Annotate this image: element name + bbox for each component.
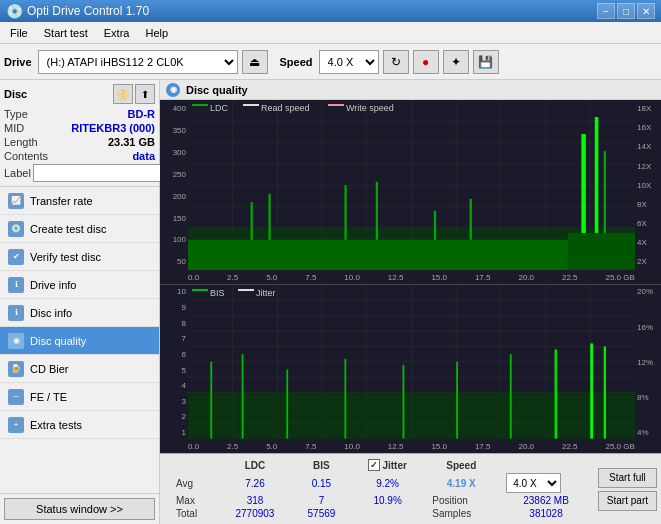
y1r-8x: 8X	[637, 200, 647, 209]
sidebar-item-disc-quality[interactable]: ◉ Disc quality	[0, 327, 159, 355]
close-button[interactable]: ✕	[637, 3, 655, 19]
y1-400: 400	[173, 104, 186, 113]
minimize-button[interactable]: −	[597, 3, 615, 19]
speed-select-stats[interactable]: 4.0 X2.0 XMAX	[506, 473, 561, 493]
y1r-4x: 4X	[637, 238, 647, 247]
drive-select[interactable]: (H:) ATAPI iHBS112 2 CL0K	[38, 50, 238, 74]
y2r-12: 12%	[637, 358, 653, 367]
content-area: ◉ Disc quality 400 350 300 250 200 150 1…	[160, 80, 661, 524]
y2r-8: 8%	[637, 393, 649, 402]
y1r-6x: 6X	[637, 219, 647, 228]
y1-100: 100	[173, 235, 186, 244]
svg-rect-62	[604, 347, 606, 439]
y1-150: 150	[173, 214, 186, 223]
x1-225: 22.5	[562, 273, 578, 282]
title-bar-title: 💿 Opti Drive Control 1.70	[6, 3, 149, 19]
sidebar-item-fe-te[interactable]: ↔ FE / TE	[0, 383, 159, 411]
maximize-button[interactable]: □	[617, 3, 635, 19]
disc-type-row: Type BD-R	[4, 108, 155, 120]
svg-rect-59	[510, 355, 512, 439]
x2-225: 22.5	[562, 442, 578, 451]
save-button[interactable]: 💾	[473, 50, 499, 74]
y2-10: 10	[177, 287, 186, 296]
y2-2: 2	[182, 412, 186, 421]
svg-text:BIS: BIS	[210, 288, 225, 298]
svg-rect-32	[328, 104, 344, 106]
y1-50: 50	[177, 257, 186, 266]
svg-rect-27	[568, 233, 635, 270]
y2r-4: 4%	[637, 428, 649, 437]
disc-mid-val: RITEKBR3 (000)	[71, 122, 155, 134]
charts-container: 400 350 300 250 200 150 100 50 18X 16X 1…	[160, 100, 661, 453]
title-bar: 💿 Opti Drive Control 1.70 − □ ✕	[0, 0, 661, 22]
disc-length-val: 23.31 GB	[108, 136, 155, 148]
disc-quality-title: Disc quality	[186, 84, 248, 96]
speed-select[interactable]: 4.0 X 2.0 X MAX	[319, 50, 379, 74]
disc-quality-icon: ◉	[8, 333, 24, 349]
sidebar-item-create-test-disc[interactable]: 💿 Create test disc	[0, 215, 159, 243]
y2r-16: 16%	[637, 323, 653, 332]
sidebar: Disc 📀 ⬆ Type BD-R MID RITEKBR3 (000) Le…	[0, 80, 160, 524]
x2-25: 2.5	[227, 442, 238, 451]
x2-75: 7.5	[305, 442, 316, 451]
x1-75: 7.5	[305, 273, 316, 282]
disc-mid-row: MID RITEKBR3 (000)	[4, 122, 155, 134]
y2r-20: 20%	[637, 287, 653, 296]
refresh-button[interactable]: ↻	[383, 50, 409, 74]
svg-rect-54	[242, 355, 244, 439]
sidebar-item-cd-bier[interactable]: 🍺 CD Bier	[0, 355, 159, 383]
status-window-button[interactable]: Status window >>	[4, 498, 155, 520]
sidebar-bottom: Status window >>	[0, 493, 159, 524]
disc-icon-1[interactable]: 📀	[113, 84, 133, 104]
disc-panel-header: Disc 📀 ⬆	[4, 84, 155, 104]
col-speed-val-header	[498, 458, 594, 472]
disc-icon-2[interactable]: ⬆	[135, 84, 155, 104]
chart1-xaxis: 0.0 2.5 5.0 7.5 10.0 12.5 15.0 17.5 20.0…	[188, 270, 635, 284]
drive-info-icon: ℹ	[8, 277, 24, 293]
svg-rect-63	[192, 289, 208, 291]
start-full-button[interactable]: Start full	[598, 468, 657, 488]
x1-10: 10.0	[344, 273, 360, 282]
x2-15: 15.0	[431, 442, 447, 451]
svg-rect-58	[456, 362, 458, 439]
sidebar-item-drive-info[interactable]: ℹ Drive info	[0, 271, 159, 299]
menu-extra[interactable]: Extra	[96, 25, 138, 41]
verify-test-disc-icon: ✔	[8, 249, 24, 265]
svg-rect-61	[590, 344, 593, 439]
y1r-14x: 14X	[637, 142, 651, 151]
col-speed-header: Speed	[424, 458, 498, 472]
disc-quality-header: ◉ Disc quality	[160, 80, 661, 100]
stats-avg-row: Avg 7.26 0.15 9.2% 4.19 X 4.0 X2.0 XMAX	[168, 472, 594, 494]
sidebar-item-verify-test-disc[interactable]: ✔ Verify test disc	[0, 243, 159, 271]
start-part-button[interactable]: Start part	[598, 491, 657, 511]
svg-rect-28	[192, 104, 208, 106]
menu-help[interactable]: Help	[137, 25, 176, 41]
y1r-18x: 18X	[637, 104, 651, 113]
menu-start-test[interactable]: Start test	[36, 25, 96, 41]
eject-button[interactable]: ⏏	[242, 50, 268, 74]
chart2-xaxis: 0.0 2.5 5.0 7.5 10.0 12.5 15.0 17.5 20.0…	[188, 439, 635, 453]
extra-tests-icon: +	[8, 417, 24, 433]
x2-125: 12.5	[388, 442, 404, 451]
svg-rect-57	[403, 365, 405, 439]
sidebar-item-transfer-rate[interactable]: 📈 Transfer rate	[0, 187, 159, 215]
chart2-svg: BIS Jitter	[188, 285, 635, 439]
y2-8: 8	[182, 319, 186, 328]
menu-file[interactable]: File	[2, 25, 36, 41]
x2-20: 20.0	[518, 442, 534, 451]
disc-label-input[interactable]	[33, 164, 166, 182]
svg-text:Read speed: Read speed	[261, 103, 310, 113]
jitter-checkbox[interactable]: ✓	[368, 459, 380, 471]
sidebar-item-disc-info[interactable]: ℹ Disc info	[0, 299, 159, 327]
y2-6: 6	[182, 350, 186, 359]
record-button[interactable]: ●	[413, 50, 439, 74]
svg-rect-53	[210, 362, 212, 439]
start-buttons: Start full Start part	[594, 454, 661, 524]
y1-250: 250	[173, 170, 186, 179]
x2-5: 5.0	[266, 442, 277, 451]
stats-total-row: Total 2770903 57569 Samples 381028	[168, 507, 594, 520]
sidebar-item-extra-tests[interactable]: + Extra tests	[0, 411, 159, 439]
stats-table: LDC BIS ✓ Jitter Speed	[168, 458, 594, 520]
erase-button[interactable]: ✦	[443, 50, 469, 74]
transfer-rate-icon: 📈	[8, 193, 24, 209]
